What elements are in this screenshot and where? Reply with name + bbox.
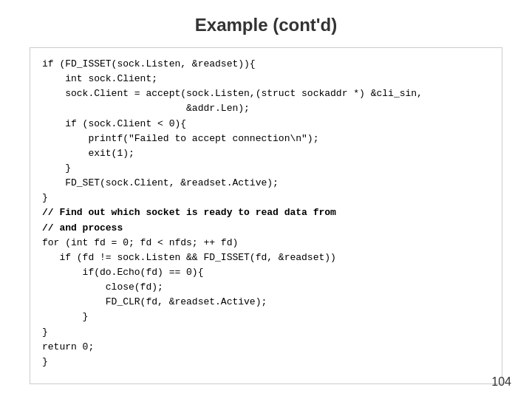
page-container: Example (cont'd) if (FD_ISSET(sock.Liste… [0,0,532,399]
code-line: // and process [42,221,490,236]
code-line: if(do.Echo(fd) == 0){ [42,265,490,280]
code-block: if (FD_ISSET(sock.Listen, &readset)){ in… [30,47,502,384]
page-title: Example (cont'd) [195,15,337,35]
code-line: } [42,161,490,176]
code-line: &addr.Len); [42,101,490,116]
code-line: // Find out which socket is ready to rea… [42,205,490,220]
code-line: } [42,325,490,340]
code-line: printf("Failed to accept connection\n"); [42,132,490,146]
code-line: } [42,310,490,324]
code-line: for (int fd = 0; fd < nfds; ++ fd) [42,236,490,250]
code-line: if (fd != sock.Listen && FD_ISSET(fd, &r… [42,250,490,265]
code-line: close(fd); [42,280,490,295]
code-line: } [42,355,490,369]
code-line: FD_CLR(fd, &readset.Active); [42,295,490,310]
code-line: return 0; [42,340,490,355]
code-line: if (sock.Client < 0){ [42,117,490,132]
code-line: FD_SET(sock.Client, &readset.Active); [42,176,490,191]
code-line: sock.Client = accept(sock.Listen,(struct… [42,86,490,101]
code-line: if (FD_ISSET(sock.Listen, &readset)){ [42,57,490,72]
code-line: exit(1); [42,146,490,161]
code-line: } [42,191,490,205]
page-number: 104 [491,375,511,389]
code-line: int sock.Client; [42,72,490,86]
